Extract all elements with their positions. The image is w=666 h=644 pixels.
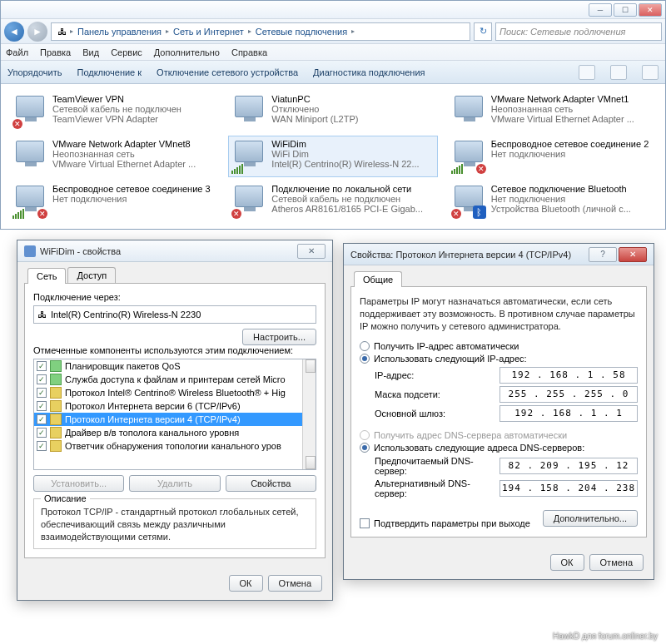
connection-status: Нет подключения [491, 149, 654, 159]
dns2-field[interactable]: 194 . 158 . 204 . 238 [500, 480, 638, 497]
back-button[interactable]: ◄ [4, 22, 24, 42]
component-icon [50, 440, 62, 452]
tool-diagnose[interactable]: Диагностика подключения [313, 67, 425, 77]
toolbar: Упорядочить Подключение к Отключение сет… [1, 61, 665, 84]
checkbox-icon[interactable]: ✓ [37, 428, 47, 438]
gateway-field[interactable]: 192 . 168 . 1 . 1 [500, 405, 638, 422]
ok-button[interactable]: ОК [550, 554, 584, 571]
menu-edit[interactable]: Правка [40, 47, 71, 57]
connection-name: Подключение по локальной сети [271, 184, 434, 194]
tool-connect[interactable]: Подключение к [77, 67, 142, 77]
minimize-button[interactable]: ─ [589, 3, 612, 17]
maximize-button[interactable]: ☐ [614, 3, 637, 17]
connection-name: VMware Network Adapter VMnet1 [491, 94, 654, 104]
tab-general[interactable]: Общие [354, 271, 402, 287]
component-icon [50, 360, 62, 372]
ip-field[interactable]: 192 . 168 . 1 . 58 [500, 367, 638, 384]
dialog-titlebar[interactable]: WiFiDim - свойства ✕ [17, 240, 332, 262]
adapter-icon: ✕ᛒ [451, 184, 486, 219]
menu-help[interactable]: Справка [231, 47, 267, 57]
component-item[interactable]: ✓Протокол Intel® Centrino® Wireless Blue… [34, 386, 302, 399]
install-button[interactable]: Установить... [33, 475, 124, 492]
adapter-name: Intel(R) Centrino(R) Wireless-N 2230 [51, 310, 201, 320]
components-label: Отмеченные компоненты используются этим … [33, 345, 316, 355]
chevron-icon: ▸ [351, 27, 355, 35]
component-icon [50, 374, 62, 385]
component-item[interactable]: ✓Ответчик обнаружения топологии канально… [34, 439, 302, 453]
mask-field[interactable]: 255 . 255 . 255 . 0 [500, 386, 638, 403]
adapter-icon: ✕ [451, 139, 486, 174]
checkbox-icon[interactable]: ✓ [37, 361, 47, 371]
radio-auto-ip[interactable]: Получить IP-адрес автоматически [360, 341, 638, 351]
tool-disable[interactable]: Отключение сетевого устройства [157, 67, 298, 77]
menu-view[interactable]: Вид [82, 47, 99, 57]
breadcrumb[interactable]: 🖧 ▸ Панель управления ▸ Сеть и Интернет … [51, 22, 470, 41]
checkbox-icon[interactable]: ✓ [37, 441, 47, 451]
tab-network[interactable]: Сеть [27, 268, 66, 284]
component-icon [50, 414, 62, 425]
checkbox-icon[interactable]: ✓ [37, 374, 47, 384]
breadcrumb-seg[interactable]: Сетевые подлючения [253, 27, 350, 37]
component-icon [50, 387, 62, 399]
connection-item[interactable]: ✕ᛒСетевое подключение BluetoothНет подкл… [448, 181, 657, 222]
breadcrumb-seg[interactable]: Панель управления [75, 27, 164, 37]
menu-file[interactable]: Файл [6, 47, 28, 57]
dialog-title: Свойства: Протокол Интернета версии 4 (T… [350, 250, 589, 260]
view-details-button[interactable] [610, 65, 627, 80]
connection-item[interactable]: VMware Network Adapter VMnet8Неопознанна… [9, 136, 218, 177]
checkbox-icon[interactable]: ✓ [37, 388, 47, 398]
scrollbar[interactable] [302, 359, 316, 469]
chevron-icon: ▸ [166, 27, 169, 35]
disconnected-icon: ✕ [476, 164, 486, 174]
component-item[interactable]: ✓Служба доступа к файлам и принтерам сет… [34, 373, 302, 386]
checkbox-icon[interactable]: ✓ [37, 401, 47, 411]
component-item[interactable]: ✓Драйвер в/в тополога канального уровня [34, 426, 302, 439]
components-listbox[interactable]: ✓Планировщик пакетов QoS✓Служба доступа … [33, 359, 316, 470]
menu-extra[interactable]: Дополнительно [154, 47, 220, 57]
component-item[interactable]: ✓Планировщик пакетов QoS [34, 359, 302, 373]
close-icon[interactable]: ✕ [297, 244, 326, 259]
tab-access[interactable]: Доступ [67, 267, 116, 283]
connection-item[interactable]: ✕TeamViewer VPNСетевой кабель не подключ… [9, 91, 218, 132]
radio-manual-ip[interactable]: Использовать следующий IP-адрес: [360, 354, 638, 364]
search-input[interactable]: Поиск: Сетевые подлючения [495, 22, 662, 41]
forward-button[interactable]: ► [27, 22, 47, 42]
component-item[interactable]: ✓Протокол Интернета версии 4 (TCP/IPv4) [34, 413, 302, 426]
connection-item[interactable]: ✕Беспроводное сетевое соединение 2Нет по… [448, 136, 657, 177]
refresh-button[interactable]: ↻ [474, 22, 492, 41]
breadcrumb-seg[interactable]: Сеть и Интернет [171, 27, 246, 37]
component-item[interactable]: ✓Протокол Интернета версии 6 (TCP/IPv6) [34, 399, 302, 413]
checkbox-icon[interactable]: ✓ [37, 414, 47, 424]
connection-device: VMware Virtual Ethernet Adapter ... [52, 159, 215, 169]
dialog-titlebar[interactable]: Свойства: Протокол Интернета версии 4 (T… [344, 244, 654, 265]
component-label: Ответчик обнаружения топологии канальног… [65, 441, 281, 451]
advanced-button[interactable]: Дополнительно... [543, 510, 638, 527]
component-label: Драйвер в/в тополога канального уровня [65, 428, 239, 438]
configure-button[interactable]: Настроить... [242, 329, 316, 345]
dns1-field[interactable]: 82 . 209 . 195 . 12 [500, 458, 638, 474]
radio-manual-dns[interactable]: Использовать следующие адреса DNS-сервер… [360, 443, 638, 453]
menu-service[interactable]: Сервис [111, 47, 142, 57]
help-icon[interactable] [642, 65, 659, 80]
validate-checkbox[interactable]: Подтвердить параметры при выходе [360, 518, 530, 528]
close-icon[interactable]: ✕ [619, 247, 647, 262]
dns1-label: Предпочитаемый DNS-сервер: [375, 456, 500, 476]
connection-device: Intel(R) Centrino(R) Wireless-N 22... [271, 159, 434, 169]
connection-item[interactable]: WiFiDimWiFi DimIntel(R) Centrino(R) Wire… [228, 136, 437, 177]
view-icons-button[interactable] [579, 65, 595, 80]
tool-organize[interactable]: Упорядочить [7, 67, 62, 77]
remove-button[interactable]: Удалить [129, 475, 220, 492]
connection-item[interactable]: ✕Беспроводное сетевое соединение 3Нет по… [9, 181, 218, 222]
cancel-button[interactable]: Отмена [589, 554, 644, 571]
ok-button[interactable]: ОК [229, 575, 263, 592]
connection-item[interactable]: VMware Network Adapter VMnet1Неопознанна… [448, 91, 657, 132]
connection-item[interactable]: ViatunPCОтключеноWAN Miniport (L2TP) [228, 91, 437, 132]
cancel-button[interactable]: Отмена [268, 575, 322, 592]
close-button[interactable]: ✕ [639, 3, 662, 17]
properties-button[interactable]: Свойства [226, 475, 316, 492]
connection-item[interactable]: ✕Подключение по локальной сетиСетевой ка… [228, 181, 437, 222]
info-text: Параметры IP могут назначаться автоматич… [360, 295, 638, 333]
help-icon[interactable]: ? [589, 247, 617, 262]
dns2-label: Альтернативный DNS-сервер: [375, 478, 500, 498]
radio-icon [360, 341, 370, 351]
